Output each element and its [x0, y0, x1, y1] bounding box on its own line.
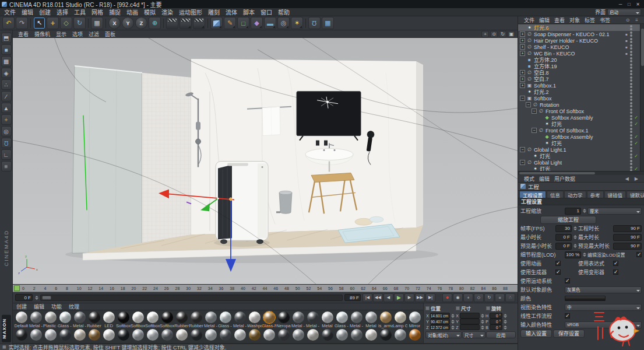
material-thumbnail[interactable] — [293, 329, 304, 341]
menu-item[interactable]: 渲染 — [159, 8, 176, 16]
expand-toggle-icon[interactable]: + — [520, 83, 525, 88]
material-thumbnail[interactable] — [74, 329, 86, 341]
object-manager-menu-item[interactable]: 书签 — [597, 16, 613, 24]
material-item[interactable]: Softbox — [145, 312, 160, 328]
minimize-button[interactable]: ─ — [616, 1, 625, 8]
visibility-dots[interactable] — [630, 115, 632, 120]
material-thumbnail[interactable] — [395, 329, 406, 341]
material-item[interactable]: Metal - — [203, 312, 218, 328]
record-position-toggle[interactable]: + — [463, 293, 473, 302]
material-item[interactable]: Metal - — [72, 312, 87, 328]
material-thumbnail[interactable] — [380, 312, 392, 323]
autokey-toggle[interactable]: ◉ — [453, 293, 463, 302]
rotation-value-field[interactable]: 0 ° — [490, 318, 502, 324]
material-thumbnail[interactable] — [409, 329, 421, 341]
enable-check-icon[interactable]: ✓ — [634, 134, 639, 139]
material-thumbnail[interactable] — [45, 312, 57, 323]
material-thumbnail[interactable] — [16, 329, 27, 341]
material-thumbnail[interactable] — [132, 312, 144, 323]
material-item[interactable]: Rubber — [174, 312, 189, 328]
position-value-field[interactable]: 114.601 cm — [430, 313, 450, 318]
viewport-menu-item[interactable]: 面板 — [102, 30, 118, 38]
expand-toggle-icon[interactable]: + — [520, 32, 525, 37]
position-value-field[interactable]: 12.572 cm — [430, 324, 450, 330]
material-item[interactable] — [233, 329, 247, 341]
viewport-menu-item[interactable]: 摄像机 — [31, 30, 53, 38]
viewport-menu-item[interactable]: 选项 — [69, 30, 86, 38]
material-thumbnail[interactable] — [365, 312, 377, 323]
material-item[interactable] — [131, 329, 145, 341]
attribute-menu-item[interactable]: 模式 — [522, 175, 537, 183]
material-item[interactable]: Glass - t — [58, 312, 72, 328]
material-thumbnail[interactable] — [234, 312, 246, 323]
object-manager-menu-item[interactable]: 查看 — [552, 16, 567, 24]
material-thumbnail[interactable] — [220, 312, 231, 323]
material-item[interactable]: Metal - — [233, 312, 247, 328]
material-thumbnail[interactable] — [234, 329, 246, 341]
material-thumbnail[interactable] — [45, 329, 57, 341]
material-thumbnail[interactable] — [176, 312, 188, 323]
material-item[interactable]: Glass - t — [335, 312, 349, 328]
timeline-slider-handle[interactable] — [42, 296, 51, 300]
enable-check-icon[interactable]: ✓ — [634, 166, 639, 171]
menu-item[interactable]: 捕捉 — [106, 8, 124, 16]
visibility-dots[interactable] — [630, 108, 632, 114]
last-tool-used[interactable]: ▦ — [91, 17, 103, 29]
menu-item[interactable]: 网格 — [89, 8, 106, 16]
material-item[interactable] — [247, 329, 262, 341]
visibility-dots[interactable] — [630, 38, 632, 43]
material-item[interactable] — [349, 329, 364, 341]
material-item[interactable] — [320, 329, 335, 341]
object-tree-item[interactable]: + ∅ Soap Dispenser - KEUCO - 02.1 ■ — [518, 31, 644, 37]
texture-tag-icon[interactable]: ■ — [624, 46, 629, 49]
material-item[interactable] — [29, 329, 43, 341]
lod-field[interactable]: 100 % — [565, 251, 581, 258]
material-item[interactable]: Glass-N — [262, 312, 276, 328]
material-item[interactable]: Softbox — [131, 312, 145, 328]
material-thumbnail[interactable] — [191, 329, 202, 341]
size-value-field[interactable] — [460, 313, 480, 318]
material-thumbnail[interactable] — [278, 329, 290, 341]
material-item[interactable]: Softbox — [160, 312, 174, 328]
edges-mode-button[interactable]: ∕ — [1, 91, 12, 102]
viewport-menu-item[interactable]: 显示 — [53, 30, 69, 38]
coord-mode-select[interactable]: 对象(相对) — [425, 331, 462, 338]
material-item[interactable] — [262, 329, 276, 341]
object-tree-item[interactable]: + ∅ Hair Dryer Holder - KEUCO ■ — [518, 37, 644, 44]
expand-toggle-icon[interactable]: − — [526, 102, 531, 107]
workplane-mode-button[interactable]: ◈ — [1, 68, 12, 78]
material-thumbnail[interactable] — [263, 312, 275, 323]
model-mode-button[interactable]: ■ — [1, 44, 12, 55]
menu-item[interactable]: 脚本 — [240, 8, 258, 16]
render-settings-button[interactable] — [193, 17, 205, 29]
material-thumbnail[interactable] — [205, 329, 217, 341]
material-menu-item[interactable]: 功能 — [48, 303, 65, 310]
menu-item[interactable]: 动画 — [124, 8, 141, 16]
material-thumbnail[interactable] — [205, 312, 217, 323]
texture-mode-button[interactable]: ▩ — [1, 56, 12, 66]
material-item[interactable] — [116, 329, 131, 341]
material-thumbnail[interactable] — [30, 329, 42, 341]
material-thumbnail[interactable] — [307, 312, 319, 323]
panel-menu-icon[interactable]: ≡ — [633, 18, 641, 23]
material-item[interactable] — [203, 329, 218, 341]
render-picture-viewer-button[interactable] — [180, 17, 192, 29]
object-manager-menu-item[interactable]: 编辑 — [537, 16, 552, 24]
visibility-dots[interactable] — [630, 166, 632, 171]
object-tree-item[interactable]: + ∅ Shelf - KEUCO ■ — [518, 44, 644, 50]
material-item[interactable] — [43, 329, 58, 341]
redo-button[interactable]: ↷ — [16, 17, 28, 29]
material-item[interactable] — [14, 329, 29, 341]
apply-button[interactable]: 应用 — [486, 331, 516, 338]
object-tree-item[interactable]: ✶ 灯光 ✓ — [518, 153, 644, 159]
expand-toggle-icon[interactable]: + — [520, 51, 525, 56]
material-thumbnail[interactable] — [249, 312, 261, 323]
max-time-field[interactable]: 90 F — [613, 234, 642, 241]
object-tree-item[interactable]: ✶ 灯光 ✓ — [518, 166, 644, 171]
object-manager-scrollbar[interactable] — [640, 24, 644, 171]
expand-toggle-icon[interactable]: − — [532, 108, 537, 114]
play-button[interactable]: ▶ — [394, 293, 404, 302]
material-thumbnail[interactable] — [365, 329, 377, 341]
visibility-dots[interactable] — [630, 134, 632, 139]
visibility-dots[interactable] — [630, 121, 632, 127]
